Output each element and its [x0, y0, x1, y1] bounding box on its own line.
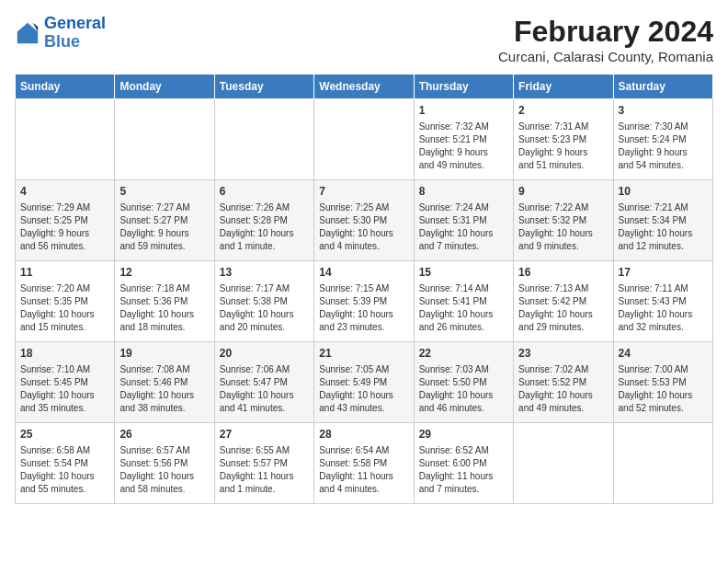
day-number: 17 — [619, 265, 708, 281]
weekday-header-row: SundayMondayTuesdayWednesdayThursdayFrid… — [16, 75, 713, 99]
day-info: Sunrise: 6:58 AM Sunset: 5:54 PM Dayligh… — [20, 444, 109, 496]
day-number: 14 — [319, 265, 408, 281]
calendar-week-row: 4Sunrise: 7:29 AM Sunset: 5:25 PM Daylig… — [16, 180, 713, 261]
calendar-cell: 9Sunrise: 7:22 AM Sunset: 5:32 PM Daylig… — [514, 180, 613, 261]
day-info: Sunrise: 6:55 AM Sunset: 5:57 PM Dayligh… — [220, 444, 309, 496]
day-number: 24 — [619, 346, 708, 362]
day-number: 12 — [119, 265, 209, 281]
calendar-cell: 26Sunrise: 6:57 AM Sunset: 5:56 PM Dayli… — [115, 423, 214, 504]
calendar-cell — [613, 423, 712, 504]
weekday-header-sunday: Sunday — [16, 75, 115, 99]
day-info: Sunrise: 7:03 AM Sunset: 5:50 PM Dayligh… — [419, 363, 508, 415]
day-info: Sunrise: 7:26 AM Sunset: 5:28 PM Dayligh… — [220, 201, 309, 253]
weekday-header-wednesday: Wednesday — [314, 75, 414, 99]
day-number: 5 — [119, 184, 209, 200]
weekday-header-monday: Monday — [115, 75, 214, 99]
day-info: Sunrise: 7:14 AM Sunset: 5:41 PM Dayligh… — [419, 282, 508, 334]
day-info: Sunrise: 7:21 AM Sunset: 5:34 PM Dayligh… — [619, 201, 708, 253]
calendar-cell: 3Sunrise: 7:30 AM Sunset: 5:24 PM Daylig… — [613, 99, 712, 180]
day-info: Sunrise: 6:57 AM Sunset: 5:56 PM Dayligh… — [119, 444, 209, 496]
day-info: Sunrise: 7:02 AM Sunset: 5:52 PM Dayligh… — [518, 363, 608, 415]
day-number: 15 — [419, 265, 508, 281]
calendar-cell — [314, 99, 414, 180]
calendar-table: SundayMondayTuesdayWednesdayThursdayFrid… — [15, 74, 713, 504]
calendar-week-row: 1Sunrise: 7:32 AM Sunset: 5:21 PM Daylig… — [16, 99, 713, 180]
calendar-cell: 21Sunrise: 7:05 AM Sunset: 5:49 PM Dayli… — [314, 342, 414, 423]
day-number: 3 — [619, 103, 708, 119]
calendar-cell: 17Sunrise: 7:11 AM Sunset: 5:43 PM Dayli… — [613, 261, 712, 342]
day-number: 1 — [419, 103, 508, 119]
calendar-cell: 25Sunrise: 6:58 AM Sunset: 5:54 PM Dayli… — [16, 423, 115, 504]
calendar-cell: 28Sunrise: 6:54 AM Sunset: 5:58 PM Dayli… — [314, 423, 414, 504]
weekday-header-tuesday: Tuesday — [214, 75, 313, 99]
day-number: 19 — [119, 346, 209, 362]
calendar-title: February 2024 — [498, 15, 713, 49]
day-info: Sunrise: 7:32 AM Sunset: 5:21 PM Dayligh… — [419, 121, 508, 172]
calendar-cell: 4Sunrise: 7:29 AM Sunset: 5:25 PM Daylig… — [16, 180, 115, 261]
calendar-subtitle: Curcani, Calarasi County, Romania — [498, 49, 713, 64]
calendar-cell: 24Sunrise: 7:00 AM Sunset: 5:53 PM Dayli… — [613, 342, 712, 423]
calendar-cell: 13Sunrise: 7:17 AM Sunset: 5:38 PM Dayli… — [214, 261, 313, 342]
logo-general: General — [44, 14, 106, 32]
day-info: Sunrise: 7:11 AM Sunset: 5:43 PM Dayligh… — [619, 282, 708, 334]
day-number: 18 — [20, 346, 109, 362]
calendar-cell — [514, 423, 613, 504]
calendar-cell: 15Sunrise: 7:14 AM Sunset: 5:41 PM Dayli… — [414, 261, 513, 342]
calendar-week-row: 18Sunrise: 7:10 AM Sunset: 5:45 PM Dayli… — [16, 342, 713, 423]
day-info: Sunrise: 7:05 AM Sunset: 5:49 PM Dayligh… — [319, 363, 408, 415]
day-number: 16 — [518, 265, 608, 281]
day-number: 26 — [119, 427, 209, 442]
day-number: 9 — [518, 184, 608, 200]
calendar-cell: 1Sunrise: 7:32 AM Sunset: 5:21 PM Daylig… — [414, 99, 513, 180]
calendar-cell: 10Sunrise: 7:21 AM Sunset: 5:34 PM Dayli… — [613, 180, 712, 261]
day-info: Sunrise: 7:25 AM Sunset: 5:30 PM Dayligh… — [319, 201, 408, 253]
day-number: 28 — [319, 427, 408, 442]
day-info: Sunrise: 6:54 AM Sunset: 5:58 PM Dayligh… — [319, 444, 408, 496]
calendar-cell — [16, 99, 115, 180]
day-number: 20 — [220, 346, 309, 362]
day-info: Sunrise: 7:18 AM Sunset: 5:36 PM Dayligh… — [119, 282, 209, 334]
day-info: Sunrise: 7:08 AM Sunset: 5:46 PM Dayligh… — [119, 363, 209, 415]
title-block: February 2024 Curcani, Calarasi County, … — [498, 15, 713, 64]
day-info: Sunrise: 7:17 AM Sunset: 5:38 PM Dayligh… — [220, 282, 309, 334]
day-number: 25 — [20, 427, 109, 442]
day-info: Sunrise: 7:20 AM Sunset: 5:35 PM Dayligh… — [20, 282, 109, 334]
day-number: 23 — [518, 346, 608, 362]
day-number: 22 — [419, 346, 508, 362]
calendar-cell: 14Sunrise: 7:15 AM Sunset: 5:39 PM Dayli… — [314, 261, 414, 342]
day-info: Sunrise: 6:52 AM Sunset: 6:00 PM Dayligh… — [419, 444, 508, 496]
calendar-cell: 20Sunrise: 7:06 AM Sunset: 5:47 PM Dayli… — [214, 342, 313, 423]
day-number: 13 — [220, 265, 309, 281]
day-info: Sunrise: 7:10 AM Sunset: 5:45 PM Dayligh… — [20, 363, 109, 415]
day-number: 6 — [220, 184, 309, 200]
calendar-cell: 11Sunrise: 7:20 AM Sunset: 5:35 PM Dayli… — [16, 261, 115, 342]
calendar-cell: 27Sunrise: 6:55 AM Sunset: 5:57 PM Dayli… — [214, 423, 313, 504]
day-number: 11 — [20, 265, 109, 281]
day-info: Sunrise: 7:27 AM Sunset: 5:27 PM Dayligh… — [119, 201, 209, 253]
page-header: General Blue February 2024 Curcani, Cala… — [15, 15, 713, 64]
day-info: Sunrise: 7:13 AM Sunset: 5:42 PM Dayligh… — [518, 282, 608, 334]
weekday-header-thursday: Thursday — [414, 75, 513, 99]
day-info: Sunrise: 7:31 AM Sunset: 5:23 PM Dayligh… — [518, 121, 608, 172]
calendar-cell: 18Sunrise: 7:10 AM Sunset: 5:45 PM Dayli… — [16, 342, 115, 423]
calendar-cell: 6Sunrise: 7:26 AM Sunset: 5:28 PM Daylig… — [214, 180, 313, 261]
calendar-cell: 16Sunrise: 7:13 AM Sunset: 5:42 PM Dayli… — [514, 261, 613, 342]
day-number: 2 — [518, 103, 608, 119]
calendar-cell: 8Sunrise: 7:24 AM Sunset: 5:31 PM Daylig… — [414, 180, 513, 261]
day-number: 29 — [419, 427, 508, 442]
calendar-cell: 2Sunrise: 7:31 AM Sunset: 5:23 PM Daylig… — [514, 99, 613, 180]
weekday-header-friday: Friday — [514, 75, 613, 99]
logo-text: General Blue — [44, 15, 106, 52]
day-number: 7 — [319, 184, 408, 200]
weekday-header-saturday: Saturday — [613, 75, 712, 99]
day-info: Sunrise: 7:22 AM Sunset: 5:32 PM Dayligh… — [518, 201, 608, 253]
day-number: 27 — [220, 427, 309, 442]
calendar-week-row: 11Sunrise: 7:20 AM Sunset: 5:35 PM Dayli… — [16, 261, 713, 342]
day-number: 10 — [619, 184, 708, 200]
logo: General Blue — [15, 15, 106, 52]
day-info: Sunrise: 7:00 AM Sunset: 5:53 PM Dayligh… — [619, 363, 708, 415]
logo-blue: Blue — [44, 32, 80, 51]
calendar-cell — [115, 99, 214, 180]
day-info: Sunrise: 7:06 AM Sunset: 5:47 PM Dayligh… — [220, 363, 309, 415]
calendar-cell: 5Sunrise: 7:27 AM Sunset: 5:27 PM Daylig… — [115, 180, 214, 261]
